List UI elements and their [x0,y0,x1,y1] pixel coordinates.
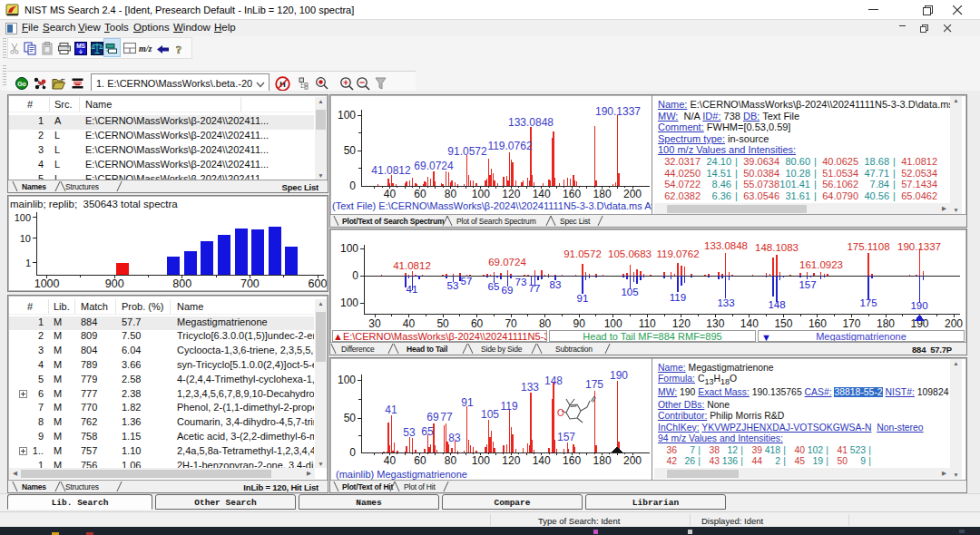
svg-text:MS: MS [76,43,85,49]
svg-text:600: 600 [309,277,327,290]
svg-text:900: 900 [105,277,124,290]
svg-text:1: 1 [25,258,31,268]
svg-text:O: O [557,408,564,418]
svg-text:10: 10 [20,233,31,244]
svg-text:Go: Go [17,81,26,87]
svg-text:?: ? [176,43,182,56]
svg-text:800: 800 [172,277,191,290]
svg-text:100: 100 [15,212,31,223]
svg-text:1000: 1000 [34,277,60,290]
svg-text:700: 700 [240,277,260,290]
